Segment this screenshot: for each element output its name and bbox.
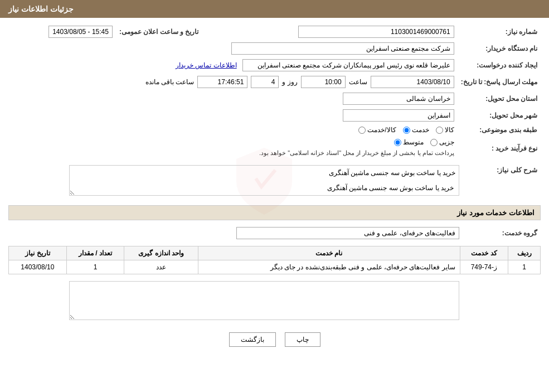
col-service-name: نام خدمت bbox=[198, 246, 460, 260]
cell-name: سایر فعالیت‌های حرفه‌ای، علمی و فنی طبقه… bbox=[198, 260, 460, 274]
buyer-notes-textarea[interactable] bbox=[69, 281, 459, 320]
service-group-label: گروه خدمت: bbox=[463, 225, 541, 241]
action-buttons: چاپ بازگشت bbox=[8, 332, 541, 347]
category-khadamat-label: خدمت bbox=[412, 126, 429, 134]
print-button[interactable]: چاپ bbox=[285, 332, 320, 347]
purchase-type-motavassed-option[interactable]: متوسط bbox=[394, 138, 424, 146]
province-value: خراسان شمالی bbox=[343, 93, 454, 105]
service-group-value: فعالیت‌های حرفه‌ای، علمی و فنی bbox=[236, 227, 459, 239]
deadline-days: 4 bbox=[251, 76, 279, 88]
services-section-title: اطلاعات خدمات مورد نیاز bbox=[8, 205, 541, 220]
announce-datetime-label: تاریخ و ساعت اعلان عمومی: bbox=[116, 23, 210, 40]
col-service-code: کد خدمت bbox=[460, 246, 508, 260]
deadline-remaining-label: ساعت باقی مانده bbox=[145, 78, 195, 86]
services-table: ردیف کد خدمت نام خدمت واحد اندازه گیری ت… bbox=[8, 246, 541, 274]
province-label: استان محل تحویل: bbox=[458, 90, 541, 107]
main-content: شماره نیاز: 1103001469000761 تاریخ و ساع… bbox=[0, 18, 549, 358]
cell-code: ز-74-749 bbox=[460, 260, 508, 274]
deadline-time: 10:00 bbox=[301, 76, 346, 88]
general-description-textarea[interactable] bbox=[69, 165, 459, 196]
city-label: شهر محل تحویل: bbox=[458, 107, 541, 124]
back-button[interactable]: بازگشت bbox=[229, 332, 276, 347]
service-group-section: گروه خدمت: فعالیت‌های حرفه‌ای، علمی و فن… bbox=[8, 225, 541, 241]
creator-contact-link[interactable]: اطلاعات تماس خریدار bbox=[176, 61, 237, 69]
deadline-days-label: روز و bbox=[282, 78, 297, 86]
purchase-type-motavassed-label: متوسط bbox=[403, 138, 424, 146]
purchase-type-jozi-label: جزیی bbox=[439, 138, 454, 146]
buyer-notes-section bbox=[8, 279, 541, 324]
creator-label: ایجاد کننده درخواست: bbox=[458, 57, 541, 74]
deadline-date: 1403/08/10 bbox=[371, 76, 454, 88]
cell-row: 1 bbox=[508, 260, 541, 274]
creator-value: علیرضا قلعه نوی رئیس امور پیمانکاران شرک… bbox=[242, 59, 454, 71]
page-title: جزئیات اطلاعات نیاز bbox=[8, 4, 74, 13]
col-date: تاریخ نیاز bbox=[9, 246, 67, 260]
purchase-type-label: نوع فرآیند خرید : bbox=[458, 136, 541, 160]
info-section: شماره نیاز: 1103001469000761 تاریخ و ساع… bbox=[8, 23, 541, 160]
category-label: طبقه بندی موضوعی: bbox=[458, 124, 541, 136]
page-container: جزئیات اطلاعات نیاز شماره نیاز: 11030014… bbox=[0, 0, 549, 392]
city-value: اسفراین bbox=[343, 109, 454, 122]
category-kala-option[interactable]: کالا bbox=[436, 126, 454, 134]
cell-quantity: 1 bbox=[66, 260, 124, 274]
category-kala-khadamat-option[interactable]: کالا/خدمت bbox=[358, 126, 396, 134]
announce-datetime-value: 1403/08/05 - 15:45 bbox=[48, 26, 113, 38]
deadline-label: مهلت ارسال پاسخ: تا تاریخ: bbox=[458, 74, 541, 90]
cell-date: 1403/08/10 bbox=[9, 260, 67, 274]
table-row: 1 ز-74-749 سایر فعالیت‌های حرفه‌ای، علمی… bbox=[9, 260, 541, 274]
deadline-time-label: ساعت bbox=[349, 78, 367, 86]
general-description-label: شرح کلی نیاز: bbox=[463, 163, 541, 200]
col-unit: واحد اندازه گیری bbox=[124, 246, 198, 260]
buyer-org-label: نام دستگاه خریدار: bbox=[458, 40, 541, 57]
cell-unit: عدد bbox=[124, 260, 198, 274]
buyer-org-value: شرکت مجتمع صنعتی اسفراین bbox=[231, 42, 454, 55]
purchase-type-jozi-option[interactable]: جزیی bbox=[430, 138, 454, 146]
general-desc-section: شرح کلی نیاز: خرید یا ساخت بوش سه جنسی م… bbox=[8, 163, 541, 200]
need-number-value: 1103001469000761 bbox=[298, 26, 454, 38]
deadline-remaining: 17:46:51 bbox=[197, 76, 247, 88]
page-header: جزئیات اطلاعات نیاز bbox=[0, 0, 549, 18]
need-number-label: شماره نیاز: bbox=[458, 23, 541, 40]
purchase-notice: پرداخت تمام یا بخشی از مبلغ خریدار از مح… bbox=[12, 148, 454, 158]
category-kala-label: کالا bbox=[445, 126, 454, 134]
category-kala-khadamat-label: کالا/خدمت bbox=[367, 126, 396, 134]
buyer-notes-label bbox=[463, 279, 541, 324]
col-quantity: تعداد / مقدار bbox=[66, 246, 124, 260]
col-row: ردیف bbox=[508, 246, 541, 260]
category-khadamat-option[interactable]: خدمت bbox=[403, 126, 429, 134]
